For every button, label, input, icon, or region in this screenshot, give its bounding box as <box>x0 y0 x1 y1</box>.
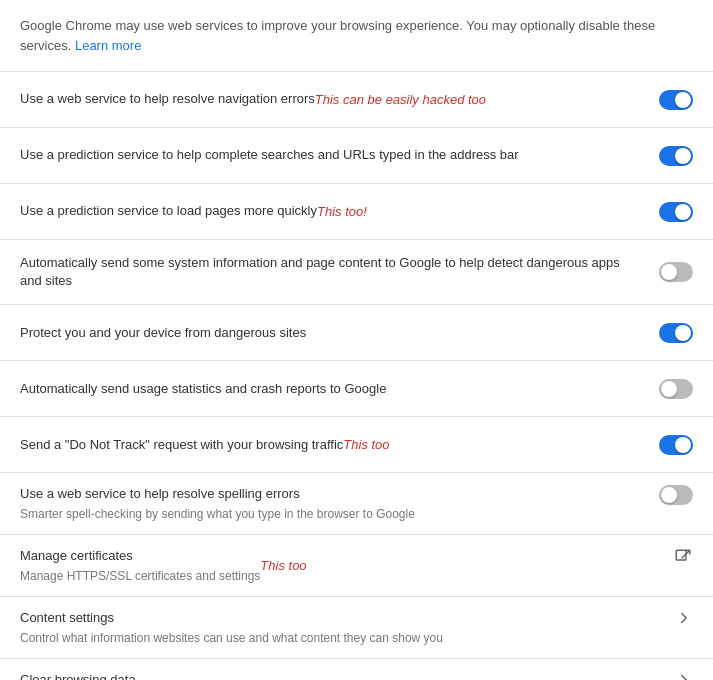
annotation-nav-errors: This can be easily hacked too <box>315 92 486 107</box>
annotation-prediction-load: This too! <box>317 204 367 219</box>
setting-row-clear-browsing: Clear browsing dataClear history, cookie… <box>0 659 713 680</box>
toggle-prediction-search[interactable] <box>659 146 693 166</box>
setting-text-spelling-errors: Use a web service to help resolve spelli… <box>20 485 659 522</box>
chevron-icon-clear-browsing[interactable] <box>675 671 693 680</box>
setting-label-nav-errors: Use a web service to help resolve naviga… <box>20 90 315 108</box>
setting-text-do-not-track: Send a "Do Not Track" request with your … <box>20 436 659 454</box>
setting-text-usage-stats: Automatically send usage statistics and … <box>20 380 659 398</box>
setting-text-clear-browsing: Clear browsing dataClear history, cookie… <box>20 671 675 680</box>
annotation-do-not-track: This too <box>343 437 389 452</box>
setting-text-dangerous-sites: Protect you and your device from dangero… <box>20 324 659 342</box>
setting-label-do-not-track: Send a "Do Not Track" request with your … <box>20 436 343 454</box>
setting-row-nav-errors: Use a web service to help resolve naviga… <box>0 72 713 128</box>
setting-label-prediction-search: Use a prediction service to help complet… <box>20 146 519 164</box>
settings-list: Use a web service to help resolve naviga… <box>0 72 713 680</box>
setting-label-spelling-errors: Use a web service to help resolve spelli… <box>20 485 415 503</box>
setting-label-content-settings: Content settings <box>20 609 443 627</box>
setting-row-usage-stats: Automatically send usage statistics and … <box>0 361 713 417</box>
setting-row-spelling-errors: Use a web service to help resolve spelli… <box>0 473 713 535</box>
toggle-slider-spelling-errors <box>659 485 693 505</box>
setting-label-prediction-load: Use a prediction service to load pages m… <box>20 202 317 220</box>
annotation-certificates: This too <box>260 558 306 573</box>
control-usage-stats[interactable] <box>659 379 693 399</box>
setting-text-prediction-load: Use a prediction service to load pages m… <box>20 202 659 220</box>
setting-label-system-info: Automatically send some system informati… <box>20 254 639 290</box>
control-certificates[interactable] <box>673 547 693 567</box>
control-dangerous-sites[interactable] <box>659 323 693 343</box>
setting-row-certificates: Manage certificatesManage HTTPS/SSL cert… <box>0 535 713 597</box>
setting-label-dangerous-sites: Protect you and your device from dangero… <box>20 324 306 342</box>
toggle-slider-dangerous-sites <box>659 323 693 343</box>
control-do-not-track[interactable] <box>659 435 693 455</box>
external-link-icon-certificates[interactable] <box>673 547 693 567</box>
setting-label-usage-stats: Automatically send usage statistics and … <box>20 380 386 398</box>
toggle-prediction-load[interactable] <box>659 202 693 222</box>
toggle-slider-prediction-search <box>659 146 693 166</box>
toggle-slider-prediction-load <box>659 202 693 222</box>
setting-row-do-not-track: Send a "Do Not Track" request with your … <box>0 417 713 473</box>
setting-row-prediction-load: Use a prediction service to load pages m… <box>0 184 713 240</box>
toggle-spelling-errors[interactable] <box>659 485 693 505</box>
setting-sublabel-content-settings: Control what information websites can us… <box>20 630 443 647</box>
control-system-info[interactable] <box>659 262 693 282</box>
setting-label-certificates: Manage certificates <box>20 547 260 565</box>
toggle-system-info[interactable] <box>659 262 693 282</box>
toggle-slider-do-not-track <box>659 435 693 455</box>
setting-text-content-settings: Content settingsControl what information… <box>20 609 675 646</box>
setting-sublabel-spelling-errors: Smarter spell-checking by sending what y… <box>20 506 415 523</box>
toggle-do-not-track[interactable] <box>659 435 693 455</box>
setting-row-dangerous-sites: Protect you and your device from dangero… <box>0 305 713 361</box>
control-spelling-errors[interactable] <box>659 485 693 505</box>
setting-row-prediction-search: Use a prediction service to help complet… <box>0 128 713 184</box>
control-prediction-load[interactable] <box>659 202 693 222</box>
setting-text-certificates: Manage certificatesManage HTTPS/SSL cert… <box>20 547 673 584</box>
learn-more-link[interactable]: Learn more <box>75 38 141 53</box>
toggle-nav-errors[interactable] <box>659 90 693 110</box>
toggle-slider-nav-errors <box>659 90 693 110</box>
setting-text-prediction-search: Use a prediction service to help complet… <box>20 146 659 164</box>
toggle-slider-usage-stats <box>659 379 693 399</box>
setting-sublabel-certificates: Manage HTTPS/SSL certificates and settin… <box>20 568 260 585</box>
setting-text-nav-errors: Use a web service to help resolve naviga… <box>20 90 659 108</box>
toggle-slider-system-info <box>659 262 693 282</box>
toggle-dangerous-sites[interactable] <box>659 323 693 343</box>
setting-row-system-info: Automatically send some system informati… <box>0 240 713 305</box>
setting-row-content-settings: Content settingsControl what information… <box>0 597 713 659</box>
toggle-usage-stats[interactable] <box>659 379 693 399</box>
control-content-settings[interactable] <box>675 609 693 627</box>
intro-section: Google Chrome may use web services to im… <box>0 0 713 72</box>
setting-text-system-info: Automatically send some system informati… <box>20 254 659 290</box>
control-prediction-search[interactable] <box>659 146 693 166</box>
chevron-icon-content-settings[interactable] <box>675 609 693 627</box>
control-clear-browsing[interactable] <box>675 671 693 680</box>
control-nav-errors[interactable] <box>659 90 693 110</box>
setting-label-clear-browsing: Clear browsing data <box>20 671 230 680</box>
